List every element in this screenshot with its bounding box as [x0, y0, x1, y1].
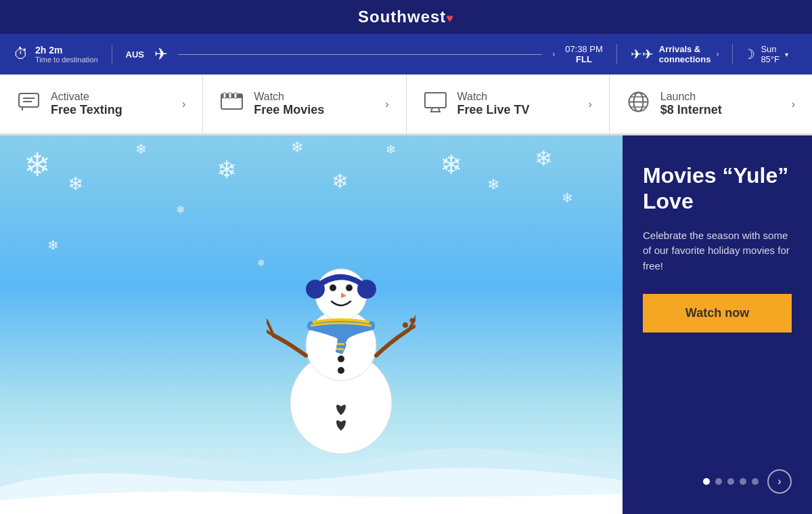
- plane-icon: ✈: [154, 45, 168, 64]
- snowflake-icon: ❄: [535, 146, 553, 171]
- snowflake-icon: ❄: [47, 237, 59, 253]
- free-tv-bottom: Free Live TV: [457, 103, 579, 117]
- carousel-controls: ›: [643, 456, 792, 494]
- time-value: 2h 2m: [35, 45, 98, 56]
- main-content: ❄ ❄ ❄ ❄ ❄ ❄ ❄ ❄ ❄ ❄ ❄ ❄ ❄ ❄: [0, 135, 812, 514]
- watch-now-button[interactable]: Watch now: [643, 294, 792, 333]
- svg-point-20: [330, 284, 336, 291]
- svg-rect-7: [234, 93, 237, 98]
- internet-bottom: $8 Internet: [660, 103, 782, 117]
- svg-point-21: [346, 284, 353, 291]
- svg-point-22: [306, 280, 325, 299]
- free-texting-text: Activate Free Texting: [51, 91, 172, 117]
- film-icon: [220, 91, 244, 116]
- chat-icon: [17, 90, 41, 119]
- arrivals-text-group: Arrivals & connections: [659, 44, 711, 64]
- carousel-dot-5[interactable]: [752, 478, 759, 485]
- promo-description: Celebrate the season with some of our fa…: [643, 228, 792, 274]
- arrivals-icon: ✈✈: [631, 46, 654, 62]
- svg-line-25: [336, 349, 344, 349]
- snowflake-icon: ❄: [386, 142, 396, 157]
- origin-airport: AUS: [126, 49, 144, 60]
- svg-point-29: [410, 318, 415, 323]
- flight-route-segment: AUS ✈ › 07:38 PM FLL: [112, 44, 617, 64]
- svg-rect-6: [229, 93, 231, 98]
- free-texting-chevron-icon: ›: [182, 98, 185, 110]
- snowflake-icon: ❄: [257, 257, 265, 268]
- connections-label: connections: [659, 54, 711, 64]
- snowflake-icon: ❄: [24, 146, 51, 184]
- arrivals-label: Arrivals &: [659, 44, 711, 54]
- weather-chevron-icon[interactable]: ▾: [785, 51, 788, 58]
- clock-icon: ⏱: [14, 45, 28, 63]
- brand-logo: Southwest♥: [358, 7, 454, 26]
- flight-progress-line: [178, 54, 542, 55]
- internet-top: Launch: [660, 91, 782, 103]
- carousel-dot-2[interactable]: [715, 478, 722, 485]
- promo-banner: ❄ ❄ ❄ ❄ ❄ ❄ ❄ ❄ ❄ ❄ ❄ ❄ ❄ ❄: [0, 135, 623, 514]
- svg-point-26: [338, 356, 344, 362]
- snowflake-icon: ❄: [487, 176, 499, 194]
- free-movies-chevron-icon: ›: [385, 98, 388, 110]
- arrival-time: 07:38 PM: [565, 44, 603, 54]
- weather-temp: 85°F: [761, 54, 780, 64]
- free-tv-top: Watch: [457, 91, 579, 103]
- carousel-next-button[interactable]: ›: [767, 469, 792, 494]
- arrivals-connections-segment[interactable]: ✈✈ Arrivals & connections ›: [617, 44, 734, 64]
- free-movies-bottom: Free Movies: [254, 103, 375, 117]
- internet-text: Launch $8 Internet: [660, 91, 782, 117]
- action-free-movies[interactable]: Watch Free Movies ›: [203, 74, 406, 133]
- action-internet[interactable]: Launch $8 Internet ›: [610, 74, 812, 133]
- time-to-destination: 2h 2m Time to destination: [35, 45, 98, 64]
- snowflake-icon: ❄: [217, 156, 237, 184]
- free-texting-top: Activate: [51, 91, 172, 103]
- free-tv-chevron-icon: ›: [588, 98, 591, 110]
- arrivals-chevron-icon[interactable]: ›: [716, 49, 719, 59]
- promo-panel: Movies “Yule” Love Celebrate the season …: [623, 135, 812, 514]
- carousel-dot-4[interactable]: [740, 478, 746, 485]
- free-movies-top: Watch: [254, 91, 375, 103]
- free-tv-text: Watch Free Live TV: [457, 91, 579, 117]
- weather-day: Sun: [761, 44, 780, 54]
- promo-title: Movies “Yule” Love: [643, 163, 792, 215]
- svg-rect-5: [223, 93, 226, 98]
- snowflake-icon: ❄: [291, 139, 303, 156]
- svg-point-23: [357, 280, 376, 299]
- time-label: Time to destination: [35, 56, 98, 64]
- globe-icon: [627, 90, 650, 119]
- logo-heart-icon: ♥: [446, 12, 454, 25]
- snowflake-icon: ❄: [68, 173, 83, 195]
- logo-text: Southwest: [358, 7, 446, 26]
- carousel-dot-1[interactable]: [703, 478, 710, 485]
- app-header: Southwest♥: [0, 0, 812, 34]
- action-free-texting[interactable]: Activate Free Texting ›: [0, 74, 203, 133]
- snowflake-icon: ❄: [135, 141, 147, 157]
- snowflake-icon: ❄: [562, 190, 573, 206]
- route-chevron-icon[interactable]: ›: [552, 49, 555, 59]
- svg-point-28: [403, 322, 408, 328]
- snowflake-icon: ❄: [440, 149, 463, 180]
- svg-point-27: [338, 367, 344, 374]
- free-movies-text: Watch Free Movies: [254, 91, 375, 117]
- arrival-info: 07:38 PM FLL: [565, 44, 603, 64]
- snowflake-icon: ❄: [176, 203, 185, 216]
- snowflake-icon: ❄: [332, 169, 348, 193]
- destination-airport: FLL: [576, 54, 592, 64]
- quick-actions-bar: Activate Free Texting › Watch Free Movie…: [0, 74, 812, 135]
- weather-segment[interactable]: ☽ Sun 85°F ▾: [733, 44, 798, 64]
- svg-rect-0: [19, 93, 39, 107]
- weather-info: Sun 85°F: [761, 44, 780, 64]
- tv-icon: [424, 91, 447, 117]
- snowman: [267, 240, 415, 460]
- action-free-tv[interactable]: Watch Free Live TV ›: [407, 74, 610, 133]
- time-to-destination-segment: ⏱ 2h 2m Time to destination: [14, 45, 112, 64]
- free-texting-bottom: Free Texting: [51, 103, 172, 117]
- carousel-dot-3[interactable]: [727, 478, 734, 485]
- svg-rect-8: [425, 93, 446, 108]
- moon-icon: ☽: [743, 46, 755, 62]
- flight-info-bar: ⏱ 2h 2m Time to destination AUS ✈ › 07:3…: [0, 34, 812, 74]
- internet-chevron-icon: ›: [792, 98, 795, 110]
